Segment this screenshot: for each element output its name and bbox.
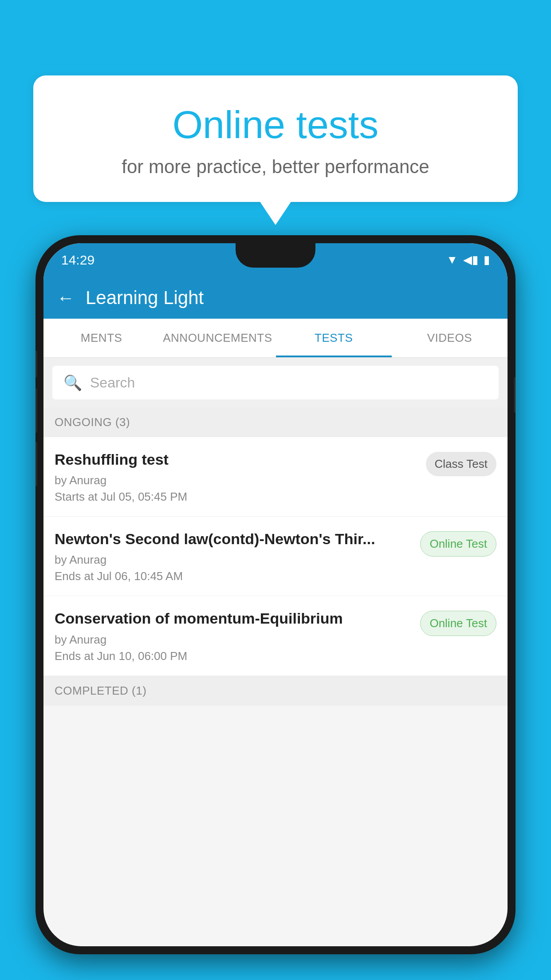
mute-button (35, 351, 37, 377)
test-author-reshuffling: by Anurag (55, 474, 417, 487)
test-time-conservation: Ends at Jun 10, 06:00 PM (55, 649, 411, 663)
back-button[interactable]: ← (57, 289, 75, 307)
search-bar[interactable]: 🔍 Search (52, 366, 499, 399)
battery-icon: ▮ (484, 253, 490, 267)
test-item-newtons[interactable]: Newton's Second law(contd)-Newton's Thir… (43, 517, 508, 596)
app-header: ← Learning Light (43, 277, 508, 319)
bubble-title: Online tests (55, 102, 496, 147)
search-placeholder: Search (90, 375, 135, 391)
test-time-reshuffling: Starts at Jul 05, 05:45 PM (55, 490, 417, 504)
test-info-conservation: Conservation of momentum-Equilibrium by … (55, 609, 420, 663)
tab-announcements[interactable]: ANNOUNCEMENTS (159, 319, 276, 357)
test-badge-newtons: Online Test (420, 531, 496, 557)
speech-bubble: Online tests for more practice, better p… (33, 75, 518, 202)
test-badge-reshuffling: Class Test (426, 452, 496, 476)
test-name-newtons: Newton's Second law(contd)-Newton's Thir… (55, 529, 411, 549)
power-button (514, 377, 516, 413)
completed-section-header: COMPLETED (1) (43, 676, 508, 706)
test-name-reshuffling: Reshuffling test (55, 450, 417, 469)
test-time-newtons: Ends at Jul 06, 10:45 AM (55, 569, 411, 583)
test-item-reshuffling[interactable]: Reshuffling test by Anurag Starts at Jul… (43, 437, 508, 517)
volume-down-button (35, 442, 37, 486)
status-icons: ▼ ◀▮ ▮ (446, 253, 490, 267)
test-badge-conservation: Online Test (420, 611, 496, 636)
test-info-reshuffling: Reshuffling test by Anurag Starts at Jul… (55, 450, 426, 504)
wifi-icon: ▼ (446, 253, 458, 267)
test-name-conservation: Conservation of momentum-Equilibrium (55, 609, 411, 628)
tab-ments[interactable]: MENTS (43, 319, 159, 357)
test-author-conservation: by Anurag (55, 633, 411, 647)
search-container: 🔍 Search (43, 358, 508, 407)
search-icon: 🔍 (63, 374, 82, 391)
tabs-bar: MENTS ANNOUNCEMENTS TESTS VIDEOS (43, 319, 508, 358)
phone-frame: 14:29 ▼ ◀▮ ▮ ← Learning Light MENTS ANNO… (35, 235, 516, 954)
phone-screen: 14:29 ▼ ◀▮ ▮ ← Learning Light MENTS ANNO… (43, 243, 508, 946)
test-item-conservation[interactable]: Conservation of momentum-Equilibrium by … (43, 596, 508, 676)
signal-icon: ◀▮ (463, 253, 478, 267)
ongoing-section-header: ONGOING (3) (43, 407, 508, 437)
tab-videos[interactable]: VIDEOS (392, 319, 508, 357)
volume-up-button (35, 388, 37, 433)
notch (236, 243, 315, 268)
status-time: 14:29 (61, 253, 94, 268)
tab-tests[interactable]: TESTS (276, 319, 392, 357)
test-author-newtons: by Anurag (55, 553, 411, 567)
app-title: Learning Light (86, 287, 204, 308)
completed-label: COMPLETED (1) (55, 684, 146, 697)
ongoing-label: ONGOING (3) (55, 415, 130, 429)
phone-container: 14:29 ▼ ◀▮ ▮ ← Learning Light MENTS ANNO… (35, 235, 516, 980)
bubble-subtitle: for more practice, better performance (55, 156, 496, 178)
test-info-newtons: Newton's Second law(contd)-Newton's Thir… (55, 529, 420, 583)
